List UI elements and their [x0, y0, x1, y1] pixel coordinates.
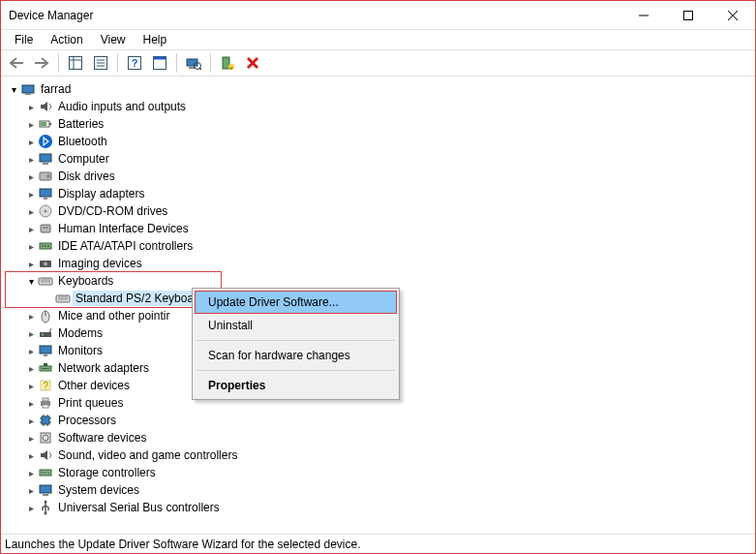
tree-label: Sound, video and game controllers: [55, 447, 240, 463]
expand-arrow-icon[interactable]: ▸: [24, 239, 38, 253]
menu-view[interactable]: View: [93, 31, 134, 48]
tree-label: Bluetooth: [55, 134, 110, 149]
svg-rect-25: [25, 93, 31, 95]
tree-item[interactable]: ▸Bluetooth: [5, 133, 755, 150]
tree-item[interactable]: ▸System devices: [5, 481, 755, 499]
expand-arrow-icon[interactable]: ▸: [24, 414, 38, 427]
svg-rect-34: [40, 189, 51, 197]
back-button[interactable]: [5, 51, 28, 75]
scan-hardware-button[interactable]: [182, 51, 205, 75]
tree-item[interactable]: ▸Computer: [5, 150, 755, 168]
expand-arrow-icon[interactable]: ▸: [24, 309, 38, 323]
menu-action[interactable]: Action: [43, 31, 90, 48]
tree-item[interactable]: ▸Software devices: [5, 429, 755, 446]
expand-arrow-icon[interactable]: ▸: [24, 204, 38, 218]
help-button[interactable]: ?: [123, 51, 146, 75]
expand-arrow-icon[interactable]: ▾: [24, 274, 38, 288]
battery-icon: [38, 116, 53, 132]
software-icon: [38, 430, 53, 446]
tree-label: farrad: [38, 81, 74, 97]
tree-item[interactable]: ▸Imaging devices: [5, 255, 755, 272]
tree-item[interactable]: ▸Batteries: [5, 115, 755, 133]
menu-uninstall[interactable]: Uninstall: [195, 314, 397, 337]
add-legacy-button[interactable]: +: [216, 51, 239, 75]
forward-button[interactable]: [30, 51, 53, 75]
toolbar-separator: [58, 53, 59, 73]
properties-button[interactable]: [89, 51, 112, 75]
tree-item[interactable]: ▸Sound, video and game controllers: [5, 446, 755, 464]
action-button[interactable]: [148, 51, 171, 75]
menu-separator: [197, 340, 395, 341]
expand-arrow-icon[interactable]: ▸: [24, 152, 38, 166]
tree-label: DVD/CD-ROM drives: [55, 203, 170, 219]
menu-help[interactable]: Help: [136, 31, 175, 48]
expand-arrow-icon[interactable]: ▸: [24, 326, 38, 340]
uninstall-x-icon: [246, 56, 259, 70]
tree-item[interactable]: ▸Storage controllers: [5, 464, 755, 481]
expand-arrow-icon[interactable]: ▸: [24, 396, 38, 410]
expand-arrow-icon[interactable]: ▸: [24, 222, 38, 235]
tree-item[interactable]: ▸Audio inputs and outputs: [5, 98, 755, 115]
computer-icon: [38, 151, 53, 167]
svg-point-43: [47, 245, 49, 247]
toolbar-separator: [117, 53, 118, 73]
minimize-button[interactable]: [621, 1, 666, 30]
sound-icon: [38, 447, 53, 463]
menu-scan-hardware[interactable]: Scan for hardware changes: [195, 344, 397, 367]
show-hide-tree-button[interactable]: [64, 51, 87, 75]
network-icon: [38, 360, 53, 376]
usb-icon: [38, 500, 53, 515]
tree-item[interactable]: ▸Human Interface Devices: [5, 220, 755, 237]
tree-item[interactable]: ▸Disk drives: [5, 168, 755, 185]
tree-label: IDE ATA/ATAPI controllers: [55, 238, 196, 254]
expand-arrow-icon[interactable]: ▸: [24, 344, 38, 357]
expand-arrow-icon[interactable]: ▸: [24, 431, 38, 445]
tree-root[interactable]: ▾farrad: [5, 80, 755, 98]
menu-properties[interactable]: Properties: [195, 374, 397, 397]
svg-rect-14: [154, 57, 166, 60]
tree-label: Computer: [55, 151, 112, 167]
expand-arrow-icon[interactable]: ▸: [24, 117, 38, 131]
context-menu: Update Driver Software... Uninstall Scan…: [192, 288, 400, 400]
menu-file[interactable]: File: [7, 31, 41, 48]
expand-arrow-icon[interactable]: ▸: [24, 501, 38, 514]
keyboard-icon: [55, 291, 71, 306]
statusbar: Launches the Update Driver Software Wiza…: [1, 534, 755, 553]
expand-arrow-icon[interactable]: ▸: [24, 187, 38, 200]
tree-label: Audio inputs and outputs: [55, 99, 189, 114]
svg-rect-1: [684, 11, 693, 19]
disk-icon: [38, 169, 53, 184]
menu-update-driver[interactable]: Update Driver Software...: [195, 291, 397, 314]
tree-label: Modems: [55, 325, 106, 341]
tree-item[interactable]: ▸DVD/CD-ROM drives: [5, 202, 755, 220]
device-tree[interactable]: ▾farrad▸Audio inputs and outputs▸Batteri…: [1, 77, 755, 534]
expand-arrow-icon[interactable]: ▸: [24, 135, 38, 148]
svg-point-41: [42, 245, 44, 247]
expand-arrow-icon[interactable]: ▸: [24, 257, 38, 270]
tree-label: Monitors: [55, 343, 106, 358]
svg-rect-65: [43, 398, 48, 401]
expand-arrow-icon[interactable]: ▸: [24, 169, 38, 183]
tree-item[interactable]: ▸Display adapters: [5, 185, 755, 202]
tree-item[interactable]: ▸Universal Serial Bus controllers: [5, 499, 755, 516]
svg-rect-30: [40, 154, 51, 162]
window-controls: [621, 1, 755, 30]
expand-arrow-icon[interactable]: ▸: [24, 100, 38, 113]
expand-arrow-icon[interactable]: ▸: [24, 466, 38, 479]
expand-arrow-icon[interactable]: ▸: [24, 379, 38, 392]
close-button[interactable]: [711, 1, 755, 30]
expand-arrow-icon[interactable]: ▸: [24, 448, 38, 462]
expand-arrow-icon[interactable]: ▸: [24, 483, 38, 497]
expand-arrow-icon[interactable]: ▾: [7, 82, 20, 96]
tree-label: Disk drives: [55, 169, 118, 184]
tree-item[interactable]: ▸Processors: [5, 412, 755, 429]
expand-arrow-icon[interactable]: ▸: [24, 361, 38, 375]
ide-icon: [38, 238, 53, 254]
maximize-button[interactable]: [666, 1, 711, 30]
uninstall-button[interactable]: [241, 51, 264, 75]
tree-pane-icon: [69, 56, 82, 70]
tree-label: Network adapters: [55, 360, 152, 376]
menubar: File Action View Help: [1, 30, 755, 49]
svg-rect-31: [43, 163, 48, 165]
tree-item[interactable]: ▸IDE ATA/ATAPI controllers: [5, 237, 755, 255]
